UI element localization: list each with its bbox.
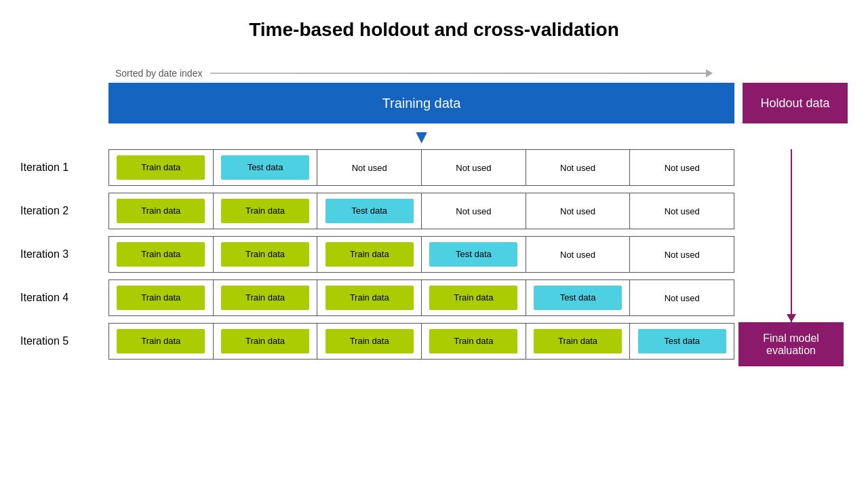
iteration-label-2: Iteration 2 — [20, 205, 108, 217]
iteration-label-3: Iteration 3 — [20, 248, 108, 260]
cell-5-1: Train data — [109, 324, 214, 359]
date-label: Sorted by date index — [115, 68, 202, 79]
cell-3-4: Test data — [422, 237, 526, 272]
iteration-row-4: Iteration 4Train dataTrain dataTrain dat… — [20, 279, 734, 316]
cell-4-3: Train data — [317, 280, 422, 315]
cell-3-2: Train data — [214, 237, 318, 272]
cell-1-4: Not used — [422, 150, 526, 185]
iteration-label-4: Iteration 4 — [20, 292, 108, 304]
cell-2-2: Train data — [214, 193, 318, 229]
cell-4-4: Train data — [422, 280, 526, 315]
cell-2-4: Not used — [422, 193, 526, 229]
cell-2-1: Train data — [109, 193, 214, 229]
holdout-arrow-line — [791, 149, 792, 322]
iteration-row-1: Iteration 1Train dataTest dataNot usedNo… — [20, 149, 734, 186]
cell-5-5: Train data — [526, 324, 631, 359]
page-title: Time-based holdout and cross-validation — [0, 0, 868, 47]
right-column: Final model evaluation — [734, 149, 848, 366]
cell-1-6: Not used — [630, 150, 734, 185]
cell-4-2: Train data — [214, 280, 318, 315]
iteration-row-5: Iteration 5Train dataTrain dataTrain dat… — [20, 323, 734, 360]
cell-5-2: Train data — [214, 324, 318, 359]
cell-1-3: Not used — [317, 150, 422, 185]
cell-4-5: Test data — [526, 280, 631, 315]
cell-2-6: Not used — [630, 193, 734, 229]
cell-5-6: Test data — [630, 324, 734, 359]
holdout-arrowhead — [787, 314, 796, 322]
iteration-label-1: Iteration 1 — [20, 161, 108, 174]
iteration-row-2: Iteration 2Train dataTrain dataTest data… — [20, 193, 734, 229]
cell-1-2: Test data — [214, 150, 318, 185]
holdout-block: Holdout data — [743, 83, 848, 123]
cell-2-3: Test data — [317, 193, 422, 229]
iteration-row-3: Iteration 3Train dataTrain dataTrain dat… — [20, 236, 734, 273]
cell-3-6: Not used — [630, 237, 734, 272]
cell-4-6: Not used — [630, 280, 734, 315]
cell-5-4: Train data — [422, 324, 526, 359]
final-eval-block: Final model evaluation — [738, 322, 844, 366]
training-block: Training data — [108, 83, 734, 123]
cell-4-1: Train data — [109, 280, 214, 315]
cell-1-1: Train data — [109, 150, 214, 185]
cell-3-1: Train data — [109, 237, 214, 272]
training-down-arrow: ▼ — [412, 128, 431, 147]
cell-3-5: Not used — [526, 237, 631, 272]
cell-2-5: Not used — [526, 193, 631, 229]
iteration-label-5: Iteration 5 — [20, 335, 108, 347]
cell-3-3: Train data — [317, 237, 422, 272]
date-arrow — [210, 73, 712, 74]
cell-5-3: Train data — [317, 324, 422, 359]
iterations-section: Iteration 1Train dataTest dataNot usedNo… — [20, 149, 734, 366]
cell-1-5: Not used — [526, 150, 631, 185]
